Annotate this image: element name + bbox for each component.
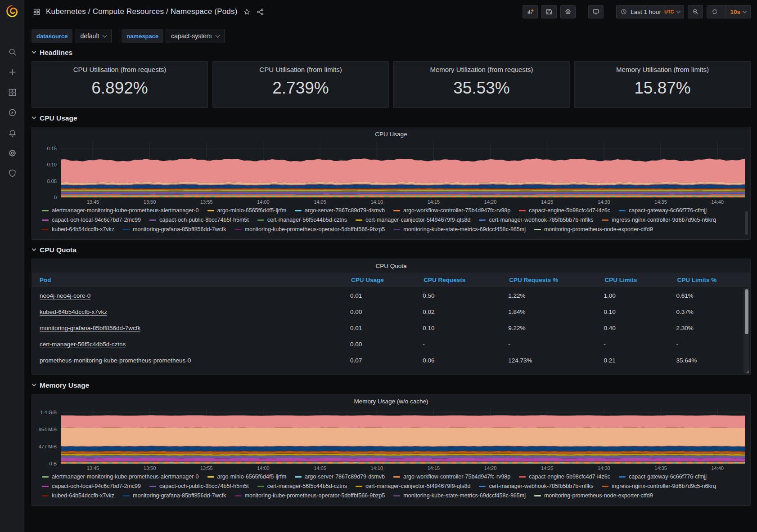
legend-item[interactable]: capact-och-local-94c6c7bd7-2mc99 [42, 483, 141, 489]
legend-series-color [356, 219, 362, 221]
legend-item[interactable]: argo-server-7867c89d79-dsmvb [295, 474, 385, 480]
legend-item[interactable]: kubed-64b54dccfb-x7vkz [42, 492, 114, 499]
legend-item[interactable]: monitoring-kube-prometheus-operator-5dbf… [235, 226, 385, 232]
section-title: Headlines [40, 49, 72, 57]
pod-link[interactable]: neo4j-neo4j-core-0 [40, 292, 90, 299]
legend-item[interactable]: argo-minio-6565f6d4f5-ljrfm [207, 474, 287, 480]
dashboard-settings-button[interactable] [560, 5, 576, 18]
legend-item[interactable]: capact-och-local-94c6c7bd7-2mc99 [42, 217, 141, 223]
section-cpu-usage[interactable]: CPU Usage [32, 114, 751, 122]
refresh-interval-picker[interactable]: 10s [725, 5, 750, 18]
scrollbar-thumb[interactable] [745, 289, 748, 334]
series-area [61, 447, 745, 452]
value-cell: 1.22% [508, 292, 604, 299]
legend-item[interactable]: argo-server-7867c89d79-dsmvb [295, 207, 385, 214]
pod-link[interactable]: cert-manager-56f5c44b5d-cztns [40, 341, 126, 348]
value-cell: 0.40 [604, 325, 676, 331]
section-memory-usage[interactable]: Memory Usage [32, 381, 751, 389]
table-header-row: PodCPU UsageCPU RequestsCPU Requests %CP… [32, 273, 750, 287]
legend-series-color [235, 495, 242, 496]
admin-shield-icon[interactable] [0, 163, 24, 183]
grafana-logo[interactable] [5, 4, 20, 19]
stat-panel-title[interactable]: Memory Utilisation (from limits) [575, 66, 750, 73]
panel-resize-handle[interactable] [746, 370, 749, 373]
datasource-select[interactable]: default [75, 29, 112, 43]
section-cpu-quota[interactable]: CPU Quota [32, 246, 751, 254]
legend-item[interactable]: monitoring-grafana-85bff856dd-7wcfk [123, 492, 226, 499]
stat-panel-title[interactable]: Memory Utilization (from requests) [394, 66, 569, 73]
stat-panel-title[interactable]: CPU Utilisation (from requests) [32, 66, 207, 73]
legend-item[interactable]: alertmanager-monitoring-kube-prometheus-… [42, 474, 199, 480]
legend-item[interactable]: monitoring-grafana-85bff856dd-7wcfk [123, 226, 226, 232]
column-header-cpu-requests-[interactable]: CPU Requests % [508, 277, 604, 283]
share-icon[interactable] [256, 8, 265, 16]
legend-item[interactable]: cert-manager-webhook-785fb5bb7b-mflks [479, 217, 593, 223]
panel-title[interactable]: Memory Usage (w/o cache) [32, 394, 750, 408]
kiosk-mode-button[interactable] [588, 5, 604, 18]
column-header-cpu-limits[interactable]: CPU Limits [604, 277, 676, 283]
pod-link[interactable]: prometheus-monitoring-kube-prometheus-pr… [40, 357, 191, 364]
legend-item[interactable]: argo-workflow-controller-75b4d947fc-rv98… [393, 474, 510, 480]
legend-series-name: argo-workflow-controller-75b4d947fc-rv98… [403, 474, 510, 480]
section-headlines[interactable]: Headlines [32, 49, 751, 57]
column-header-cpu-usage[interactable]: CPU Usage [350, 277, 423, 283]
refresh-icon [711, 8, 718, 15]
search-icon[interactable] [0, 42, 24, 62]
value-cell: 0.10 [604, 308, 676, 315]
legend-scrollbar[interactable] [745, 211, 748, 235]
legend-item[interactable]: monitoring-prometheus-node-exporter-ctfd… [534, 226, 653, 232]
legend-item[interactable]: ingress-nginx-controller-9d6b7d9c5-n6krq [602, 217, 716, 223]
legend-item[interactable]: monitoring-prometheus-node-exporter-ctfd… [534, 492, 653, 499]
table-row: neo4j-neo4j-core-00.010.501.22%1.000.61% [32, 287, 750, 304]
stat-value: 35.53% [394, 79, 569, 98]
legend-item[interactable]: argo-workflow-controller-75b4d947fc-rv98… [393, 207, 510, 214]
datasource-value: default [80, 32, 99, 40]
explore-compass-icon[interactable] [0, 103, 24, 123]
legend-item[interactable]: kubed-64b54dccfb-x7vkz [42, 226, 114, 232]
add-panel-button[interactable] [523, 5, 538, 18]
alerting-bell-icon[interactable] [0, 123, 24, 143]
legend-item[interactable]: cert-manager-56f5c44b5d-cztns [257, 217, 347, 223]
stat-panel-title[interactable]: CPU Utilisation (from limits) [213, 66, 388, 73]
legend-item[interactable]: capact-gateway-6c66f776-cfmjj [619, 207, 707, 214]
legend-item[interactable]: argo-minio-6565f6d4f5-ljrfm [207, 207, 287, 214]
legend-series-name: cert-manager-webhook-785fb5bb7b-mflks [489, 483, 593, 489]
caret-down-icon [32, 115, 36, 120]
star-icon[interactable] [243, 8, 251, 16]
time-range-picker[interactable]: Last 1 hour UTC [616, 5, 684, 18]
legend-item[interactable]: cert-manager-cainjector-5f494679f9-qts8d [356, 483, 470, 489]
plus-icon[interactable] [0, 62, 24, 82]
panel-title[interactable]: CPU Usage [32, 127, 750, 141]
legend-item[interactable]: ingress-nginx-controller-9d6b7d9c5-n6krq [602, 483, 716, 489]
legend-item[interactable]: monitoring-kube-prometheus-operator-5dbf… [235, 492, 385, 499]
legend-item[interactable]: monitoring-kube-state-metrics-69dccf458c… [393, 492, 526, 499]
legend-item[interactable]: capact-engine-5b98cfc4d7-l4z6c [519, 207, 610, 214]
legend-series-color [619, 210, 626, 211]
legend-item[interactable]: monitoring-kube-state-metrics-69dccf458c… [393, 226, 526, 232]
refresh-button[interactable] [707, 5, 722, 18]
memory-usage-chart[interactable] [61, 409, 745, 464]
pod-link[interactable]: kubed-64b54dccfb-x7vkz [40, 308, 107, 315]
zoom-out-button[interactable] [688, 5, 703, 18]
legend-item[interactable]: alertmanager-monitoring-kube-prometheus-… [42, 207, 199, 214]
panel-title[interactable]: CPU Quota [32, 259, 750, 273]
pod-link[interactable]: monitoring-kube-state-metrics-69dccf458c… [40, 373, 171, 376]
dashboards-icon[interactable] [0, 82, 24, 103]
legend-item[interactable]: capact-engine-5b98cfc4d7-l4z6c [519, 474, 610, 480]
column-header-cpu-requests[interactable]: CPU Requests [423, 277, 508, 283]
y-tick-label: 477 MiB [39, 444, 57, 449]
column-header-pod[interactable]: Pod [32, 277, 350, 283]
legend-item[interactable]: cert-manager-webhook-785fb5bb7b-mflks [479, 483, 593, 489]
legend-item[interactable]: capact-och-public-8bcc74b5f-h5m5t [149, 483, 249, 489]
legend-item[interactable]: capact-och-public-8bcc74b5f-h5m5t [149, 217, 249, 223]
pod-link[interactable]: monitoring-grafana-85bff856dd-7wcfk [40, 325, 140, 331]
column-header-cpu-limits-[interactable]: CPU Limits % [676, 277, 750, 283]
save-dashboard-button[interactable] [541, 5, 557, 18]
namespace-select[interactable]: capact-system [166, 29, 224, 43]
configuration-gear-icon[interactable] [0, 143, 24, 163]
legend-series-color [519, 476, 526, 478]
legend-item[interactable]: capact-gateway-6c66f776-cfmjj [619, 474, 707, 480]
cpu-usage-chart[interactable] [61, 142, 745, 197]
legend-item[interactable]: cert-manager-56f5c44b5d-cztns [257, 483, 347, 489]
legend-item[interactable]: cert-manager-cainjector-5f494679f9-qts8d [356, 217, 470, 223]
